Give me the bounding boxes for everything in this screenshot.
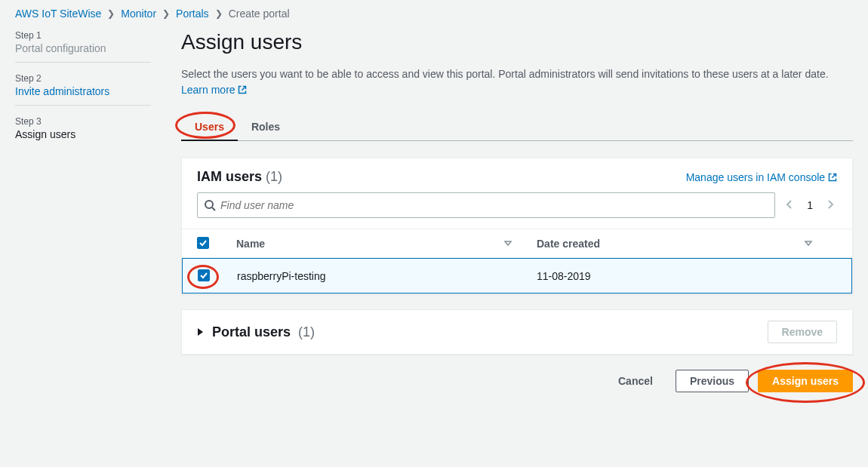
- external-link-icon: [828, 173, 837, 182]
- page-title: Assign users: [181, 30, 853, 54]
- iam-users-title: IAM users (1): [197, 169, 282, 185]
- wizard-step-3: Step 3 Assign users: [15, 113, 151, 148]
- cell-date: 11-08-2019: [537, 270, 803, 282]
- select-all-checkbox[interactable]: [197, 237, 209, 249]
- previous-button[interactable]: Previous: [676, 370, 749, 392]
- chevron-right-icon: [826, 199, 834, 210]
- breadcrumb-monitor[interactable]: Monitor: [121, 8, 156, 20]
- iam-users-panel: IAM users (1) Manage users in IAM consol…: [181, 158, 853, 294]
- page-description-text: Select the users you want to be able to …: [181, 68, 829, 80]
- pager-prev[interactable]: [783, 196, 796, 215]
- chevron-left-icon: [786, 199, 793, 210]
- caret-right-icon: [197, 327, 205, 336]
- wizard-step-num: Step 2: [15, 73, 151, 84]
- sort-icon[interactable]: [503, 238, 512, 250]
- remove-button[interactable]: Remove: [768, 321, 837, 343]
- table-row[interactable]: raspberryPi-testing 11-08-2019: [182, 258, 852, 293]
- wizard-step-title: Invite administrators: [15, 85, 151, 97]
- wizard-step-title: Assign users: [15, 128, 151, 140]
- manage-iam-link[interactable]: Manage users in IAM console: [686, 171, 837, 183]
- wizard-step-1[interactable]: Step 1 Portal configuration: [15, 27, 151, 63]
- pager-page-number: 1: [807, 199, 813, 211]
- portal-users-count: (1): [298, 324, 315, 340]
- page-description: Select the users you want to be able to …: [181, 66, 853, 98]
- chevron-right-icon: ❯: [215, 8, 223, 19]
- external-link-icon: [238, 85, 247, 94]
- table-header: Name Date created: [182, 229, 852, 258]
- learn-more-link[interactable]: Learn more: [181, 84, 247, 96]
- breadcrumb-sitewise[interactable]: AWS IoT SiteWise: [15, 8, 101, 20]
- wizard-step-num: Step 3: [15, 116, 151, 127]
- pager-next[interactable]: [823, 196, 837, 215]
- breadcrumb-current: Create portal: [229, 8, 290, 20]
- col-name[interactable]: Name: [236, 238, 503, 250]
- wizard-step-title: Portal configuration: [15, 42, 151, 54]
- learn-more-text: Learn more: [181, 84, 235, 96]
- portal-users-title: Portal users: [212, 324, 291, 340]
- tab-users[interactable]: Users: [181, 113, 238, 140]
- search-input-wrap[interactable]: [197, 192, 775, 218]
- manage-iam-text: Manage users in IAM console: [686, 171, 825, 183]
- assign-users-button[interactable]: Assign users: [758, 370, 853, 392]
- chevron-right-icon: ❯: [107, 8, 115, 19]
- cell-name: raspberryPi-testing: [237, 270, 503, 282]
- tab-roles[interactable]: Roles: [238, 113, 294, 140]
- iam-users-title-text: IAM users: [197, 169, 262, 184]
- search-icon: [204, 199, 216, 211]
- iam-users-count: (1): [266, 169, 282, 184]
- svg-point-0: [205, 201, 213, 208]
- breadcrumb: AWS IoT SiteWise ❯ Monitor ❯ Portals ❯ C…: [0, 0, 868, 26]
- row-checkbox[interactable]: [198, 269, 210, 281]
- wizard-nav: Step 1 Portal configuration Step 2 Invit…: [15, 26, 151, 392]
- wizard-step-num: Step 1: [15, 30, 151, 41]
- check-icon: [199, 238, 208, 247]
- portal-users-expander[interactable]: Portal users (1): [197, 324, 315, 340]
- tabs: Users Roles: [181, 113, 853, 141]
- pager: 1: [783, 196, 837, 215]
- footer-actions: Cancel Previous Assign users: [181, 370, 853, 392]
- breadcrumb-portals[interactable]: Portals: [176, 8, 209, 20]
- wizard-step-2[interactable]: Step 2 Invite administrators: [15, 70, 151, 106]
- cancel-button[interactable]: Cancel: [605, 370, 666, 392]
- portal-users-panel: Portal users (1) Remove: [181, 309, 853, 355]
- sort-icon[interactable]: [804, 238, 813, 250]
- search-input[interactable]: [216, 196, 768, 214]
- chevron-right-icon: ❯: [162, 8, 170, 19]
- col-date[interactable]: Date created: [537, 238, 804, 250]
- check-icon: [199, 271, 208, 280]
